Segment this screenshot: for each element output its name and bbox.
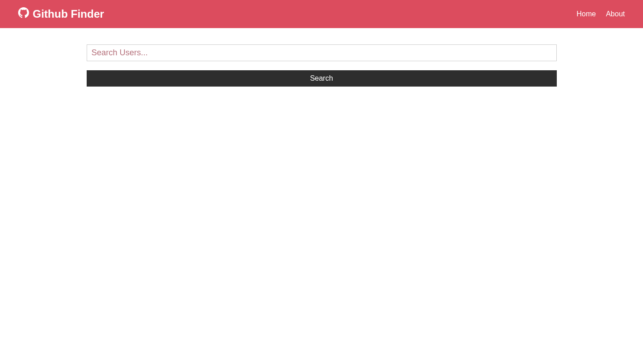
nav-link-home[interactable]: Home xyxy=(577,10,596,18)
github-icon xyxy=(18,7,29,21)
navbar: Github Finder Home About xyxy=(0,0,643,28)
nav-link-about[interactable]: About xyxy=(606,10,625,18)
search-button[interactable]: Search xyxy=(87,70,557,87)
search-input[interactable] xyxy=(87,44,557,61)
navbar-links: Home About xyxy=(577,10,625,18)
navbar-brand[interactable]: Github Finder xyxy=(18,7,104,21)
search-form: Search xyxy=(87,44,557,87)
main-container: Search xyxy=(87,28,557,87)
brand-text: Github Finder xyxy=(33,8,104,20)
